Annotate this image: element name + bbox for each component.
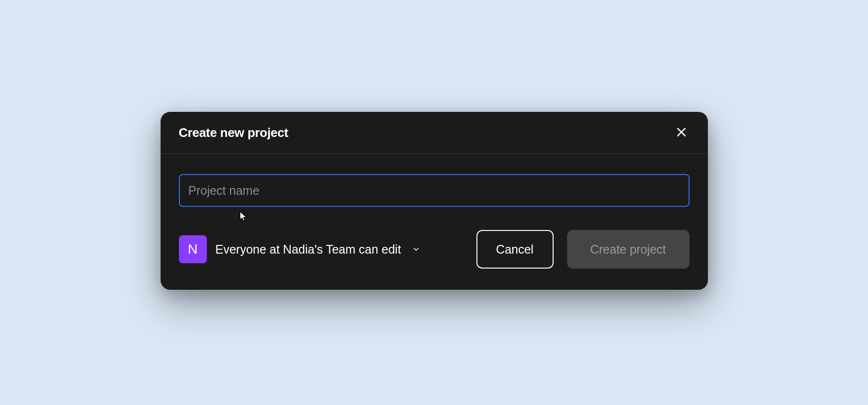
chevron-down-icon xyxy=(412,245,420,254)
permission-label: Everyone at Nadia's Team can edit xyxy=(216,243,401,256)
modal-title: Create new project xyxy=(179,125,288,140)
project-name-input[interactable] xyxy=(179,174,690,207)
modal-footer: N Everyone at Nadia's Team can edit Canc… xyxy=(179,230,690,269)
team-avatar: N xyxy=(179,235,207,263)
close-button[interactable] xyxy=(673,124,690,141)
create-project-modal: Create new project N Everyone at Nadia's… xyxy=(161,112,708,290)
avatar-initial: N xyxy=(188,242,197,257)
modal-header: Create new project xyxy=(161,112,708,154)
close-icon xyxy=(675,126,688,140)
permission-selector[interactable]: N Everyone at Nadia's Team can edit xyxy=(179,235,420,263)
button-group: Cancel Create project xyxy=(476,230,690,269)
cancel-button[interactable]: Cancel xyxy=(476,230,554,269)
create-project-button[interactable]: Create project xyxy=(567,230,690,269)
modal-body: N Everyone at Nadia's Team can edit Canc… xyxy=(161,154,708,290)
